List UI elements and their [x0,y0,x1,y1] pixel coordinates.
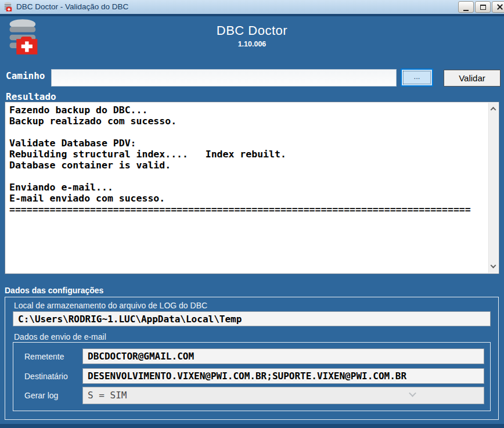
validate-button[interactable]: Validar [444,70,501,87]
log-location-input[interactable] [13,311,491,326]
result-label: Resultado [6,91,56,102]
scroll-up-icon[interactable] [491,107,496,112]
maximize-icon [480,5,486,10]
path-label: Caminho [6,70,45,81]
close-icon [496,3,503,10]
app-version: 1.10.006 [0,40,504,48]
maximize-button[interactable] [475,1,491,13]
app-title: DBC Doctor [0,23,504,38]
recipient-label: Destinatário [24,372,68,381]
chevron-down-icon[interactable] [410,391,418,400]
generate-log-dropdown[interactable]: S = SIM [82,387,484,404]
email-group-title: Dados de envio de e-mail [14,332,106,341]
close-button[interactable] [492,1,504,13]
titlebar-divider [0,14,504,16]
window-title: DBC Doctor - Validação do DBC [16,0,128,14]
app-icon [3,2,13,12]
validate-button-label: Validar [459,73,485,83]
sender-label: Remetente [24,352,64,361]
path-input[interactable] [51,69,397,87]
minimize-icon [463,10,469,11]
titlebar: DBC Doctor - Validação do DBC [0,0,504,14]
window-bottom-edge [0,424,504,428]
log-location-label: Local de armazenamento do arquivo de LOG… [14,301,207,310]
config-section-title: Dados das configurações [5,286,103,295]
vertical-scrollbar[interactable] [488,103,498,273]
browse-button-label: ... [414,72,420,81]
app-window: DBC Doctor - Validação do DBC DBC Doctor… [0,0,504,428]
browse-button[interactable]: ... [401,69,433,87]
recipient-input[interactable] [82,368,484,384]
generate-log-label: Gerar log [24,391,58,400]
minimize-button[interactable] [458,1,474,13]
result-log-text: Fazendo backup do DBC... Backup realizad… [5,102,488,274]
result-log-area[interactable]: Fazendo backup do DBC... Backup realizad… [5,102,499,274]
sender-input[interactable] [82,348,484,364]
scroll-down-icon[interactable] [491,264,496,269]
